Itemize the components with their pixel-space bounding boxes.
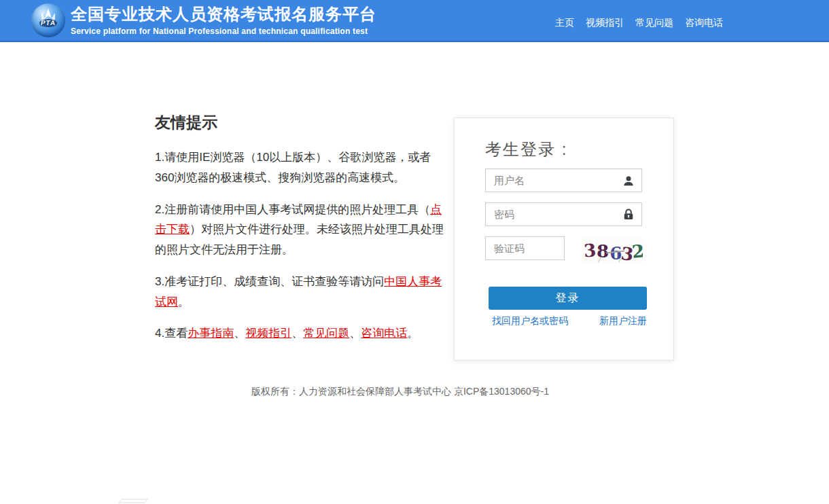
user-icon	[622, 174, 635, 187]
captcha-digit: 2	[631, 242, 643, 261]
tip-browser-text: 1.请使用IE浏览器（10以上版本）、谷歌浏览器，或者360浏览器的极速模式、搜…	[155, 151, 431, 184]
phone-link[interactable]: 咨询电话	[361, 327, 407, 340]
password-input[interactable]	[485, 202, 642, 226]
tip-help-text-pre: 4.查看	[155, 327, 188, 340]
stray-artifact	[118, 499, 149, 503]
tip-help-sep-1: 、	[234, 327, 245, 340]
tip-help-sep-3: 、	[349, 327, 361, 340]
header-titles: 全国专业技术人员资格考试报名服务平台 Service platform for …	[71, 5, 376, 36]
tip-help-sep-2: 、	[292, 327, 303, 340]
service-guide-link[interactable]: 办事指南	[188, 327, 234, 340]
captcha-field	[485, 236, 565, 260]
username-field	[485, 168, 642, 192]
page: PTA 全国专业技术人员资格考试报名服务平台 Service platform …	[0, 0, 829, 504]
login-button[interactable]: 登录	[489, 287, 647, 310]
lock-icon	[622, 208, 635, 221]
forgot-password-link[interactable]: 找回用户名或密码	[492, 315, 568, 327]
tip-help-links: 4.查看办事指南、视频指引、常见问题、咨询电话。	[155, 323, 448, 344]
header: PTA 全国专业技术人员资格考试报名服务平台 Service platform …	[0, 0, 829, 42]
tip-photo-text-post: ）对照片文件进行处理。未经该照片处理工具处理的照片文件无法用于注册。	[155, 223, 444, 256]
nav-home-link[interactable]: 主页	[555, 17, 574, 29]
tips-section: 友情提示 1.请使用IE浏览器（10以上版本）、谷歌浏览器，或者360浏览器的极…	[155, 112, 448, 355]
password-field	[485, 202, 642, 226]
tip-browser: 1.请使用IE浏览器（10以上版本）、谷歌浏览器，或者360浏览器的极速模式、搜…	[155, 147, 448, 188]
login-heading: 考生登录 :	[485, 139, 567, 160]
nav-phone-link[interactable]: 咨询电话	[685, 17, 723, 29]
pta-logo-icon: PTA	[31, 3, 65, 37]
tip-cpta-text-pre: 3.准考证打印、成绩查询、证书查验等请访问	[155, 275, 384, 288]
tips-heading: 友情提示	[155, 112, 448, 133]
captcha-digit: 8	[597, 242, 609, 260]
nav-faq-link[interactable]: 常见问题	[635, 17, 673, 29]
nav-video-guide-link[interactable]: 视频指引	[586, 17, 624, 29]
video-guide-link[interactable]: 视频指引	[245, 327, 292, 340]
tip-help-text-post: 。	[407, 327, 419, 340]
footer: 版权所有：人力资源和社会保障部人事考试中心 京ICP备13013060号-1	[0, 386, 800, 398]
tip-photo-tool: 2.注册前请使用中国人事考试网提供的照片处理工具（点击下载）对照片文件进行处理。…	[155, 200, 448, 260]
site-title: 全国专业技术人员资格考试报名服务平台	[71, 5, 376, 24]
copyright-text: 版权所有：人力资源和社会保障部人事考试中心 京ICP备13013060号-1	[251, 386, 549, 397]
login-helper-links: 找回用户名或密码 新用户注册	[492, 315, 647, 327]
username-input[interactable]	[485, 168, 642, 192]
captcha-digit: 3	[583, 241, 597, 259]
login-panel: 考生登录 : 3	[454, 118, 674, 361]
captcha-image[interactable]: 3 8 6 3 2 \\	[582, 238, 643, 264]
logo-text: PTA	[40, 19, 56, 26]
tip-cpta-text-post: 。	[178, 295, 190, 308]
site-subtitle: Service platform for National Profession…	[71, 26, 376, 36]
register-link[interactable]: 新用户注册	[599, 315, 647, 327]
header-nav: 主页 视频指引 常见问题 咨询电话	[555, 17, 723, 29]
tip-cpta-site: 3.准考证打印、成绩查询、证书查验等请访问中国人事考试网。	[155, 272, 448, 312]
captcha-input[interactable]	[485, 236, 565, 260]
tip-photo-text-pre: 2.注册前请使用中国人事考试网提供的照片处理工具（	[155, 203, 430, 216]
faq-link[interactable]: 常见问题	[303, 327, 349, 340]
